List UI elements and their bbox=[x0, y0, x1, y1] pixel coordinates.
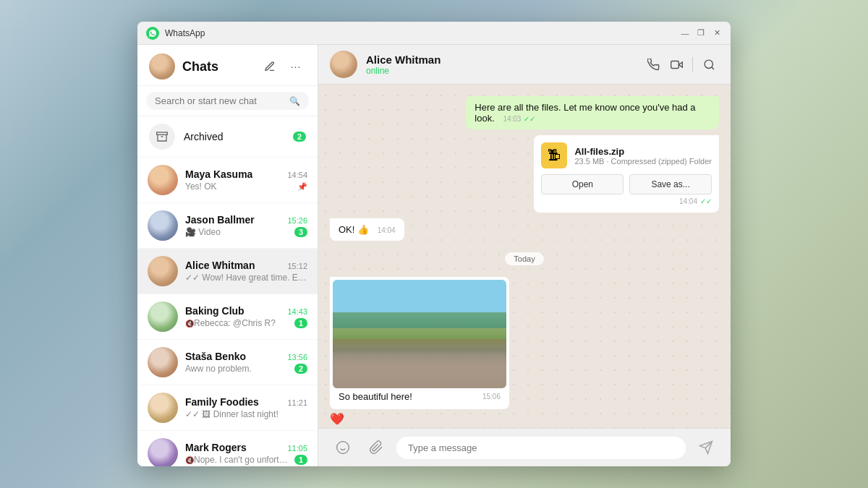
unread-badge: 2 bbox=[294, 364, 307, 374]
sidebar-header: Chats ··· bbox=[137, 45, 318, 86]
input-area bbox=[318, 428, 731, 466]
chat-name-0: Maya Kasuma bbox=[185, 168, 252, 180]
unread-badge: 3 bbox=[294, 227, 307, 237]
svg-marker-2 bbox=[678, 61, 682, 67]
chat-header: Alice Whitman online bbox=[318, 45, 731, 85]
search-messages-button[interactable] bbox=[699, 54, 719, 74]
message-image: So beautiful here! 15:06 ❤️ bbox=[330, 277, 509, 426]
message-text: OK! 👍 bbox=[339, 224, 369, 235]
title-bar: WhatsApp — ❐ ✕ bbox=[137, 22, 731, 45]
sidebar-title: Chats bbox=[182, 59, 252, 74]
chat-list-item-4[interactable]: Staša Benko 13:56 Aww no problem.2 bbox=[137, 340, 318, 385]
file-time: 14:04 bbox=[679, 197, 697, 205]
file-meta: 23.5 MB · Compressed (zipped) Folder bbox=[574, 157, 712, 166]
chat-panel: Alice Whitman online bbox=[318, 45, 731, 466]
header-divider bbox=[692, 57, 693, 72]
sidebar: Chats ··· 🔍 bbox=[137, 45, 318, 466]
chat-name-1: Jason Ballmer bbox=[185, 214, 255, 226]
chat-name-6: Mark Rogers bbox=[185, 442, 247, 453]
chat-time-2: 15:12 bbox=[287, 262, 307, 270]
main-content: Chats ··· 🔍 bbox=[137, 45, 731, 466]
chat-list-item-1[interactable]: Jason Ballmer 15:26 🎥 Video3 bbox=[137, 203, 318, 249]
video-call-button[interactable] bbox=[666, 54, 686, 74]
mute-icon: 🔇 bbox=[185, 456, 194, 464]
svg-point-6 bbox=[337, 442, 349, 454]
message-time: 14:03 bbox=[503, 115, 521, 123]
sidebar-actions: ··· bbox=[260, 56, 306, 77]
reaction-emoji: ❤️ bbox=[330, 413, 344, 425]
message-sent-1: Here are all the files. Let me know once… bbox=[466, 96, 719, 129]
emoji-button[interactable] bbox=[330, 435, 356, 461]
app-logo bbox=[146, 27, 159, 40]
save-file-button[interactable]: Save as... bbox=[629, 174, 712, 194]
unread-badge: 1 bbox=[294, 455, 307, 465]
new-chat-button[interactable] bbox=[260, 56, 280, 77]
chat-time-1: 15:26 bbox=[287, 216, 307, 225]
chat-avatar-1 bbox=[148, 210, 178, 241]
menu-button[interactable]: ··· bbox=[286, 56, 306, 77]
chat-list: Maya Kasuma 14:54 Yes! OK📌 Jason Ballmer… bbox=[137, 158, 318, 466]
chat-time-5: 11:21 bbox=[287, 398, 307, 407]
archived-badge: 2 bbox=[293, 132, 306, 142]
chat-avatar-0 bbox=[148, 165, 178, 195]
open-file-button[interactable]: Open bbox=[541, 174, 624, 194]
chat-time-3: 14:43 bbox=[287, 307, 307, 316]
chat-list-item-0[interactable]: Maya Kasuma 14:54 Yes! OK📌 bbox=[137, 158, 318, 203]
chat-avatar-3 bbox=[148, 301, 178, 332]
maximize-button[interactable]: ❐ bbox=[696, 28, 706, 38]
image-caption: So beautiful here! bbox=[339, 391, 412, 402]
archived-row[interactable]: Archived 2 bbox=[137, 116, 318, 158]
message-file: 🗜 All-files.zip 23.5 MB · Compressed (zi… bbox=[534, 135, 719, 213]
zip-file-icon: 🗜 bbox=[541, 142, 567, 168]
close-button[interactable]: ✕ bbox=[712, 28, 722, 38]
chat-contact-name: Alice Whitman bbox=[366, 53, 634, 66]
chat-time-4: 13:56 bbox=[287, 353, 307, 361]
minimize-button[interactable]: — bbox=[680, 28, 690, 38]
chat-list-item-2[interactable]: Alice Whitman 15:12 ✓✓ Wow! Have great t… bbox=[137, 249, 318, 294]
messages-area: Here are all the files. Let me know once… bbox=[318, 85, 731, 428]
svg-rect-3 bbox=[671, 61, 678, 68]
app-title: WhatsApp bbox=[165, 28, 680, 38]
message-time: 14:04 bbox=[378, 226, 396, 234]
chat-name-2: Alice Whitman bbox=[185, 260, 255, 271]
archive-icon bbox=[149, 124, 175, 150]
chat-name-5: Family Foodies bbox=[185, 396, 259, 408]
chat-time-0: 14:54 bbox=[287, 171, 307, 179]
chat-name-3: Baking Club bbox=[185, 305, 244, 317]
chat-name-4: Staša Benko bbox=[185, 351, 246, 362]
app-window: WhatsApp — ❐ ✕ Chats bbox=[137, 22, 731, 466]
chat-list-item-3[interactable]: Baking Club 14:43 🔇Rebecca: @Chris R?1 bbox=[137, 294, 318, 340]
message-input[interactable] bbox=[396, 437, 686, 459]
chat-avatar-5 bbox=[148, 393, 178, 423]
chat-list-item-5[interactable]: Family Foodies 11:21 ✓✓ 🖼 Dinner last ni… bbox=[137, 385, 318, 431]
voice-call-button[interactable] bbox=[643, 54, 663, 74]
chat-avatar-6 bbox=[148, 438, 178, 466]
chat-avatar-4 bbox=[148, 347, 178, 377]
image-time: 15:06 bbox=[482, 393, 501, 401]
unread-badge: 1 bbox=[294, 318, 307, 328]
pin-icon: 📌 bbox=[297, 182, 307, 192]
chat-time-6: 11:05 bbox=[287, 444, 307, 453]
landscape-photo[interactable] bbox=[333, 280, 506, 388]
search-icon: 🔍 bbox=[289, 96, 300, 106]
attach-button[interactable] bbox=[363, 435, 389, 461]
mute-icon: 🔇 bbox=[185, 320, 194, 328]
chat-contact-status: online bbox=[366, 66, 634, 76]
chat-list-item-6[interactable]: Mark Rogers 11:05 🔇Nope. I can't go unfo… bbox=[137, 431, 318, 466]
date-divider: Today bbox=[330, 252, 719, 265]
send-button[interactable] bbox=[693, 435, 719, 461]
svg-line-5 bbox=[711, 67, 713, 69]
chat-header-actions bbox=[643, 54, 719, 74]
search-wrap: 🔍 bbox=[146, 92, 309, 110]
search-container: 🔍 bbox=[137, 86, 318, 116]
file-name: All-files.zip bbox=[574, 146, 712, 157]
user-avatar[interactable] bbox=[149, 53, 175, 80]
chat-avatar-2 bbox=[148, 256, 178, 286]
chat-contact-avatar[interactable] bbox=[330, 51, 357, 78]
search-input[interactable] bbox=[155, 95, 284, 106]
message-received-1: OK! 👍 14:04 bbox=[330, 218, 404, 241]
svg-rect-0 bbox=[157, 132, 168, 134]
window-controls: — ❐ ✕ bbox=[680, 28, 722, 38]
svg-point-4 bbox=[705, 60, 712, 68]
archived-label: Archived bbox=[184, 131, 284, 142]
